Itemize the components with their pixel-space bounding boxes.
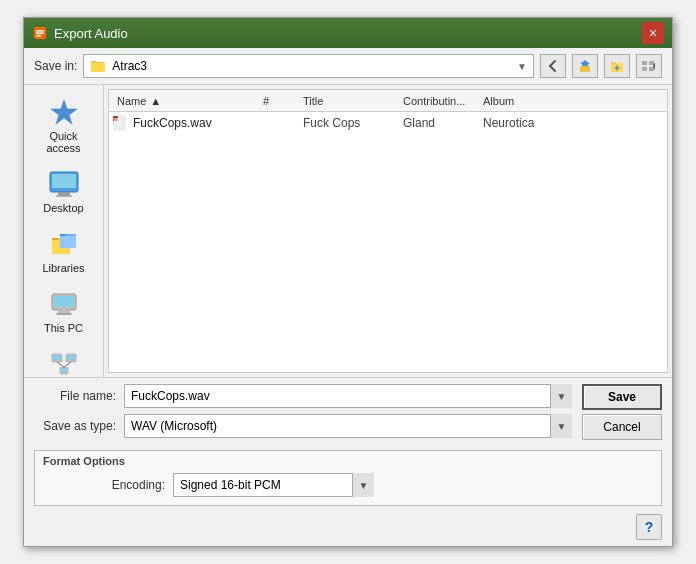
file-name-cell: WAV FuckCops.wav bbox=[113, 115, 263, 131]
up-button[interactable] bbox=[572, 54, 598, 78]
sidebar-item-quick-access[interactable]: Quick access bbox=[27, 91, 101, 159]
svg-rect-12 bbox=[642, 67, 647, 71]
desktop-icon bbox=[46, 168, 82, 200]
svg-rect-5 bbox=[91, 63, 105, 72]
title-bar: Export Audio × bbox=[24, 18, 672, 48]
svg-rect-2 bbox=[36, 33, 44, 35]
save-button[interactable]: Save bbox=[582, 384, 662, 410]
col-num-header[interactable]: # bbox=[263, 95, 303, 107]
svg-text:WAV: WAV bbox=[114, 118, 122, 122]
export-audio-dialog: Export Audio × Save in: Atrac3 ▼ bbox=[23, 17, 673, 547]
svg-rect-10 bbox=[642, 61, 647, 65]
format-options-group: Format Options Encoding: Signed 16-bit P… bbox=[34, 450, 662, 506]
sidebar-item-this-pc[interactable]: This PC bbox=[27, 283, 101, 339]
sidebar-item-libraries[interactable]: Libraries bbox=[27, 223, 101, 279]
filename-input[interactable] bbox=[124, 384, 572, 408]
col-contrib-header[interactable]: Contributin... bbox=[403, 95, 483, 107]
bottom-container: File name: ▼ Save as type: WAV (Microsof… bbox=[34, 384, 662, 444]
file-title-cell: Fuck Cops bbox=[303, 116, 403, 130]
col-album-header[interactable]: Album bbox=[483, 95, 563, 107]
svg-rect-25 bbox=[58, 310, 70, 313]
svg-rect-24 bbox=[54, 296, 74, 307]
filename-row: File name: ▼ bbox=[34, 384, 572, 408]
filetype-row: Save as type: WAV (Microsoft) ▼ bbox=[34, 414, 572, 438]
sidebar-item-desktop[interactable]: Desktop bbox=[27, 163, 101, 219]
filename-dropdown[interactable]: ▼ bbox=[550, 384, 572, 408]
dialog-title: Export Audio bbox=[54, 26, 642, 41]
dropdown-arrow: ▼ bbox=[517, 61, 527, 72]
svg-line-34 bbox=[64, 362, 71, 367]
svg-marker-14 bbox=[51, 100, 77, 124]
svg-line-33 bbox=[57, 362, 64, 367]
col-title-header[interactable]: Title bbox=[303, 95, 403, 107]
file-album-cell: Neurotica bbox=[483, 116, 563, 130]
encoding-select: Signed 16-bit PCM ▼ bbox=[173, 473, 374, 497]
toolbar: Save in: Atrac3 ▼ bbox=[24, 48, 672, 85]
bottom-area: File name: ▼ Save as type: WAV (Microsof… bbox=[24, 377, 672, 546]
main-area: Quick access Desktop bbox=[24, 85, 672, 377]
filetype-label: Save as type: bbox=[34, 419, 124, 433]
new-folder-button[interactable] bbox=[604, 54, 630, 78]
this-pc-icon bbox=[46, 288, 82, 320]
filetype-input-wrap: WAV (Microsoft) ▼ bbox=[124, 414, 572, 438]
svg-rect-32 bbox=[61, 368, 67, 372]
network-icon bbox=[46, 348, 82, 377]
encoding-label: Encoding: bbox=[103, 478, 173, 492]
svg-rect-13 bbox=[649, 67, 654, 71]
svg-rect-3 bbox=[36, 35, 41, 37]
libraries-icon bbox=[46, 228, 82, 260]
sidebar-item-label: Quick access bbox=[32, 130, 96, 154]
sidebar-item-label: This PC bbox=[44, 322, 83, 334]
svg-rect-28 bbox=[53, 355, 61, 360]
svg-rect-17 bbox=[58, 192, 70, 195]
svg-rect-11 bbox=[649, 61, 654, 65]
filename-label: File name: bbox=[34, 389, 124, 403]
file-list-header: Name ▲ # Title Contributin... Album bbox=[109, 90, 667, 112]
sidebar-item-network[interactable]: Network bbox=[27, 343, 101, 377]
save-in-dropdown[interactable]: Atrac3 ▼ bbox=[83, 54, 534, 78]
filename-input-wrap: ▼ bbox=[124, 384, 572, 408]
save-in-label: Save in: bbox=[34, 59, 77, 73]
app-icon bbox=[32, 25, 48, 41]
svg-rect-18 bbox=[56, 195, 72, 197]
quick-access-icon bbox=[46, 96, 82, 128]
table-row[interactable]: WAV FuckCops.wav Fuck Cops Gland Neuroti… bbox=[109, 112, 667, 134]
file-contrib-cell: Gland bbox=[403, 116, 483, 130]
sidebar-item-label: Desktop bbox=[43, 202, 83, 214]
svg-rect-16 bbox=[52, 174, 76, 188]
filetype-dropdown[interactable]: ▼ bbox=[550, 414, 572, 438]
back-button[interactable] bbox=[540, 54, 566, 78]
cancel-button[interactable]: Cancel bbox=[582, 414, 662, 440]
svg-rect-6 bbox=[580, 66, 590, 72]
sidebar-item-label: Libraries bbox=[42, 262, 84, 274]
sidebar: Quick access Desktop bbox=[24, 85, 104, 377]
svg-rect-1 bbox=[36, 30, 44, 32]
col-name-header[interactable]: Name ▲ bbox=[113, 95, 263, 107]
filetype-display: WAV (Microsoft) bbox=[124, 414, 572, 438]
encoding-display: Signed 16-bit PCM bbox=[173, 473, 353, 497]
wav-file-icon: WAV bbox=[113, 115, 129, 131]
view-button[interactable] bbox=[636, 54, 662, 78]
encoding-dropdown[interactable]: ▼ bbox=[352, 473, 374, 497]
file-list: Name ▲ # Title Contributin... Album bbox=[108, 89, 668, 373]
save-in-value: Atrac3 bbox=[112, 59, 147, 73]
help-button[interactable]: ? bbox=[636, 514, 662, 540]
svg-rect-30 bbox=[67, 355, 75, 360]
encoding-row: Encoding: Signed 16-bit PCM ▼ bbox=[43, 473, 653, 497]
forms-section: File name: ▼ Save as type: WAV (Microsof… bbox=[34, 384, 572, 444]
svg-rect-26 bbox=[56, 313, 72, 315]
close-button[interactable]: × bbox=[642, 22, 664, 44]
action-buttons: Save Cancel bbox=[582, 384, 662, 440]
svg-rect-22 bbox=[60, 236, 76, 248]
format-options-title: Format Options bbox=[43, 455, 653, 467]
